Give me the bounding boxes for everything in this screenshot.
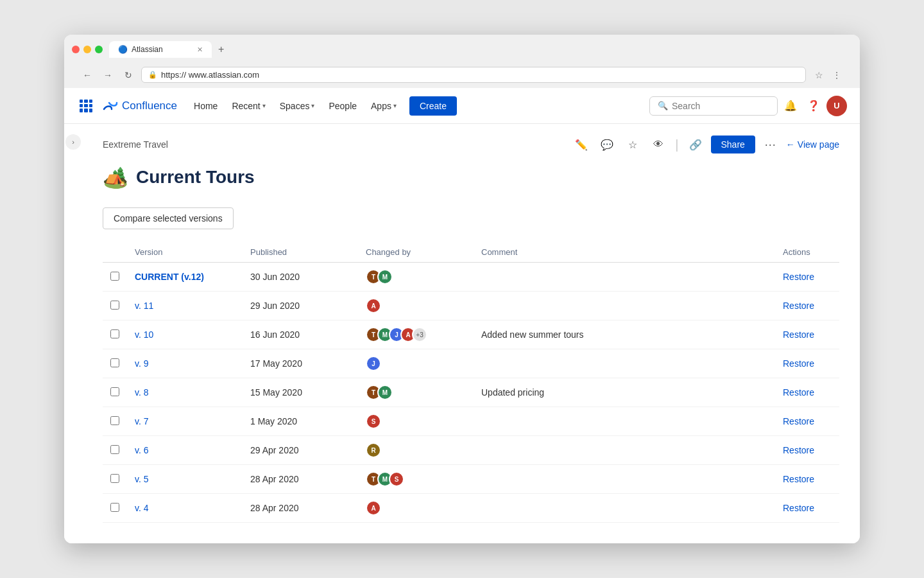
table-row: v. 815 May 2020TMUpdated pricingRestore [103, 378, 839, 407]
restore-button[interactable]: Restore [783, 329, 814, 340]
changed-by-cell: A [358, 292, 474, 320]
sidebar-toggle-button[interactable]: › [65, 134, 81, 150]
minimize-traffic-light[interactable] [83, 46, 91, 53]
browser-chrome: 🔵 Atlassian ✕ + ← → ↻ 🔒 https:// www.atl… [64, 35, 860, 88]
version-checkbox[interactable] [110, 358, 119, 367]
search-bar[interactable]: 🔍 Search [649, 96, 778, 116]
apps-grid-icon[interactable] [77, 97, 95, 115]
version-checkbox[interactable] [110, 503, 119, 512]
version-checkbox[interactable] [110, 445, 119, 454]
version-link[interactable]: v. 9 [135, 358, 149, 369]
back-arrow-icon: ← [786, 139, 795, 150]
share-button[interactable]: Share [711, 136, 755, 153]
url-bar[interactable]: 🔒 https:// www.atlassian.com [141, 67, 806, 83]
restore-button[interactable]: Restore [783, 387, 814, 398]
changed-by-cell: R [358, 436, 474, 465]
avatar-group: A [366, 298, 466, 313]
avatar-group: TMS [366, 471, 466, 487]
browser-tab-active[interactable]: 🔵 Atlassian ✕ [109, 41, 212, 58]
nav-links: Home Recent ▾ Spaces ▾ People Apps ▾ Cre… [187, 96, 457, 116]
contributor-avatar: A [366, 298, 381, 313]
close-traffic-light[interactable] [72, 46, 80, 53]
nav-recent[interactable]: Recent ▾ [225, 97, 271, 115]
restore-button[interactable]: Restore [783, 301, 814, 311]
nav-people[interactable]: People [322, 97, 363, 115]
avatar-group: R [366, 442, 466, 458]
current-version-label[interactable]: CURRENT (v.12) [135, 272, 204, 282]
breadcrumb-bar: Eextreme Travel ✏️ 💬 ☆ 👁 | 🔗 Share ··· ← [103, 134, 839, 155]
version-link[interactable]: v. 7 [135, 416, 149, 426]
version-link[interactable]: v. 4 [135, 503, 149, 513]
version-checkbox[interactable] [110, 301, 119, 310]
row-checkbox-cell [103, 292, 127, 320]
table-header-actions: Actions [775, 242, 839, 263]
view-page-link[interactable]: ← View page [786, 139, 839, 150]
page-layout: › Eextreme Travel ✏️ 💬 ☆ 👁 | 🔗 [64, 124, 860, 543]
create-button[interactable]: Create [409, 96, 457, 116]
version-checkbox[interactable] [110, 329, 119, 338]
nav-home[interactable]: Home [187, 97, 224, 115]
avatar-group: A [366, 500, 466, 516]
edit-button[interactable]: ✏️ [571, 134, 592, 155]
forward-button[interactable]: → [100, 67, 116, 83]
bookmark-button[interactable]: ☆ [811, 67, 826, 83]
row-checkbox-cell [103, 320, 127, 349]
tab-close-button[interactable]: ✕ [197, 46, 203, 54]
version-link[interactable]: v. 6 [135, 445, 149, 455]
browser-window: 🔵 Atlassian ✕ + ← → ↻ 🔒 https:// www.atl… [64, 35, 860, 543]
new-tab-button[interactable]: + [213, 41, 229, 58]
home-label: Home [194, 101, 218, 111]
comment-button[interactable]: 💬 [597, 134, 617, 155]
main-content-area: Eextreme Travel ✏️ 💬 ☆ 👁 | 🔗 Share ··· ← [82, 124, 860, 543]
browser-menu-button[interactable]: ⋮ [829, 67, 844, 83]
watch-button[interactable]: 👁 [648, 134, 669, 155]
apps-label: Apps [371, 101, 391, 111]
nav-apps[interactable]: Apps ▾ [364, 97, 403, 115]
notifications-button[interactable]: 🔔 [780, 96, 801, 116]
row-checkbox-cell [103, 378, 127, 407]
row-checkbox-cell [103, 436, 127, 465]
version-checkbox[interactable] [110, 387, 119, 396]
restore-button[interactable]: Restore [783, 272, 814, 282]
page-title: Current Tours [136, 167, 255, 188]
version-checkbox[interactable] [110, 474, 119, 483]
restore-button[interactable]: Restore [783, 445, 814, 455]
compare-versions-button[interactable]: Compare selected versions [103, 207, 234, 229]
published-cell: 16 Jun 2020 [243, 320, 358, 349]
copy-link-button[interactable]: 🔗 [685, 134, 706, 155]
maximize-traffic-light[interactable] [95, 46, 103, 53]
user-avatar[interactable]: U [826, 96, 847, 116]
published-cell: 29 Apr 2020 [243, 436, 358, 465]
nav-spaces[interactable]: Spaces ▾ [273, 97, 321, 115]
published-cell: 29 Jun 2020 [243, 292, 358, 320]
version-checkbox[interactable] [110, 416, 119, 425]
table-header-comment: Comment [474, 242, 775, 263]
help-button[interactable]: ❓ [803, 96, 824, 116]
people-label: People [329, 101, 357, 111]
back-button[interactable]: ← [80, 67, 95, 83]
comment-cell [474, 263, 775, 292]
changed-by-cell: TMS [358, 465, 474, 494]
restore-button[interactable]: Restore [783, 358, 814, 369]
published-cell: 1 May 2020 [243, 407, 358, 436]
restore-button[interactable]: Restore [783, 474, 814, 484]
more-actions-button[interactable]: ··· [760, 134, 781, 155]
version-link[interactable]: v. 8 [135, 387, 149, 398]
apps-chevron-icon: ▾ [393, 102, 397, 109]
confluence-logo[interactable]: Confluence [103, 98, 177, 114]
action-divider: | [675, 137, 678, 152]
changed-by-cell: J [358, 349, 474, 378]
table-row: v. 428 Apr 2020ARestore [103, 494, 839, 523]
restore-button[interactable]: Restore [783, 416, 814, 426]
comment-cell [474, 494, 775, 523]
row-checkbox-cell [103, 465, 127, 494]
version-link[interactable]: v. 11 [135, 301, 153, 311]
refresh-button[interactable]: ↻ [121, 67, 136, 83]
version-link[interactable]: v. 10 [135, 329, 153, 340]
table-header-version: Version [127, 242, 243, 263]
restore-button[interactable]: Restore [783, 503, 814, 513]
star-button[interactable]: ☆ [622, 134, 643, 155]
version-checkbox[interactable] [110, 272, 119, 281]
comment-cell [474, 436, 775, 465]
version-link[interactable]: v. 5 [135, 474, 149, 484]
